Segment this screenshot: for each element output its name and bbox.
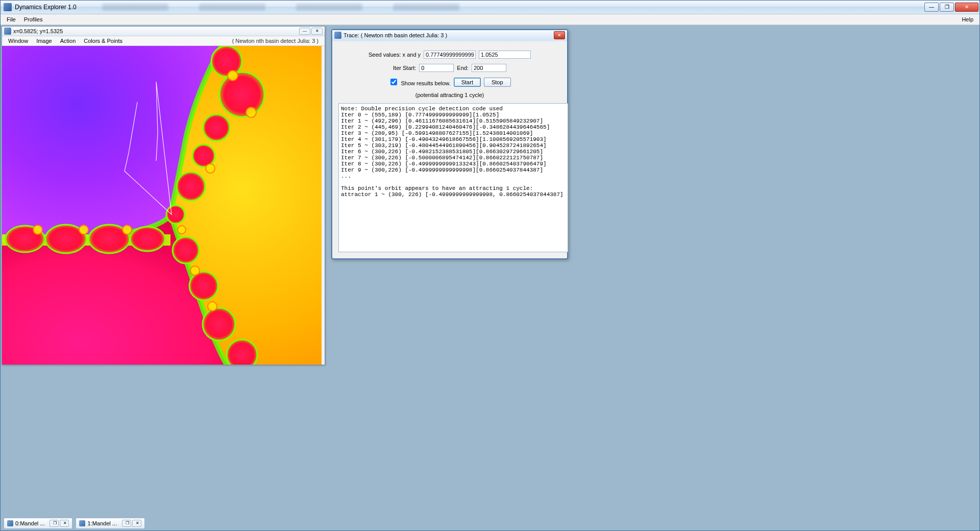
- show-results-label: Show results below.: [401, 80, 450, 86]
- fractal-menu-window[interactable]: Window: [4, 37, 32, 44]
- iter-end-label: End:: [457, 65, 469, 71]
- trace-close-button[interactable]: ✕: [554, 31, 565, 39]
- app-title: Dynamics Explorer 1.0: [15, 4, 77, 11]
- svg-point-2: [219, 72, 264, 117]
- fractal-svg: [2, 46, 322, 365]
- svg-point-9: [203, 308, 235, 341]
- mdi-tab-1-label: 1:Mandel ...: [87, 520, 116, 526]
- mdi-client-area: x=0.5825; y=1.5325 — ✕ Window Image Acti…: [1, 25, 979, 530]
- fractal-titlebar[interactable]: x=0.5825; y=1.5325 — ✕: [2, 27, 325, 36]
- svg-point-6: [166, 205, 185, 224]
- svg-point-14: [130, 227, 165, 251]
- menu-file[interactable]: File: [3, 15, 20, 23]
- fractal-close-button[interactable]: ✕: [311, 28, 323, 35]
- stop-button[interactable]: Stop: [484, 78, 511, 87]
- show-results-checkbox[interactable]: [390, 79, 397, 85]
- fractal-name-label: ( Newton nth basin detect Julia: 3 ): [228, 37, 323, 44]
- app-window: Dynamics Explorer 1.0 — ❐ ✕ File Profile…: [0, 0, 980, 531]
- svg-point-22: [79, 225, 88, 234]
- java-icon: [79, 520, 85, 526]
- svg-point-20: [208, 302, 217, 311]
- fractal-window[interactable]: x=0.5825; y=1.5325 — ✕ Window Image Acti…: [2, 26, 325, 365]
- mdi-tab-1-restore-button[interactable]: ❐: [122, 520, 131, 527]
- trace-body: Seed values: x and y Iter Start: End: Sh…: [332, 40, 567, 258]
- show-results-check-wrapper[interactable]: Show results below.: [388, 77, 450, 87]
- trace-title: Trace: ( Newton nth basin detect Julia: …: [344, 32, 447, 38]
- iter-start-input[interactable]: [419, 64, 454, 72]
- seed-y-input[interactable]: [479, 51, 531, 59]
- mdi-taskbar: 0:Mandel ... ❐ ✕ 1:Mandel ... ❐ ✕: [2, 517, 147, 529]
- seed-x-input[interactable]: [424, 51, 476, 59]
- svg-point-18: [178, 226, 186, 234]
- svg-point-15: [228, 70, 238, 81]
- fractal-image[interactable]: [2, 46, 322, 365]
- window-minimize-button[interactable]: —: [924, 3, 939, 12]
- svg-point-17: [206, 164, 215, 173]
- svg-point-16: [246, 107, 256, 117]
- fractal-minimize-button[interactable]: —: [299, 28, 310, 35]
- svg-point-21: [33, 225, 42, 234]
- java-icon: [4, 28, 11, 35]
- aero-peek-thumbs: [102, 4, 459, 11]
- fractal-menu-action[interactable]: Action: [56, 37, 80, 44]
- mdi-tab-0-restore-button[interactable]: ❐: [50, 520, 59, 527]
- window-maximize-button[interactable]: ❐: [940, 3, 954, 12]
- window-close-button[interactable]: ✕: [955, 3, 978, 12]
- start-button[interactable]: Start: [454, 78, 481, 87]
- svg-point-10: [227, 340, 257, 365]
- mdi-tab-0-label: 0:Mandel ...: [15, 520, 44, 526]
- svg-point-3: [203, 114, 230, 141]
- app-menubar: File Profiles Help: [1, 14, 979, 25]
- java-icon: [7, 520, 13, 526]
- mdi-tab-0[interactable]: 0:Mandel ... ❐ ✕: [4, 518, 72, 529]
- fractal-coord-status: x=0.5825; y=1.5325: [13, 28, 63, 34]
- menu-help[interactable]: Help: [958, 15, 977, 23]
- mdi-tab-1[interactable]: 1:Mandel ... ❐ ✕: [76, 518, 144, 529]
- svg-point-8: [189, 272, 218, 300]
- trace-dialog[interactable]: Trace: ( Newton nth basin detect Julia: …: [331, 29, 568, 259]
- mdi-tab-0-close-button[interactable]: ✕: [60, 520, 69, 527]
- window-controls: — ❐ ✕: [923, 3, 978, 12]
- trace-output[interactable]: [338, 103, 568, 252]
- seed-label: Seed values: x and y: [369, 52, 421, 58]
- fractal-menu-colors[interactable]: Colors & Points: [80, 37, 127, 44]
- fractal-menubar: Window Image Action Colors & Points ( Ne…: [2, 36, 325, 46]
- java-icon: [334, 32, 341, 39]
- app-titlebar[interactable]: Dynamics Explorer 1.0 — ❐ ✕: [1, 1, 979, 14]
- svg-point-5: [177, 172, 205, 201]
- fractal-menu-image[interactable]: Image: [32, 37, 56, 44]
- mdi-tab-1-close-button[interactable]: ✕: [132, 520, 141, 527]
- trace-status: (potential attracting 1 cycle): [338, 92, 561, 98]
- trace-titlebar[interactable]: Trace: ( Newton nth basin detect Julia: …: [332, 30, 567, 40]
- menu-profiles[interactable]: Profiles: [20, 15, 47, 23]
- svg-point-23: [122, 225, 132, 234]
- iter-start-label: Iter Start:: [393, 65, 416, 71]
- svg-point-19: [190, 266, 200, 275]
- iter-end-input[interactable]: [472, 64, 506, 72]
- app-icon: [4, 3, 12, 11]
- svg-point-7: [173, 237, 199, 263]
